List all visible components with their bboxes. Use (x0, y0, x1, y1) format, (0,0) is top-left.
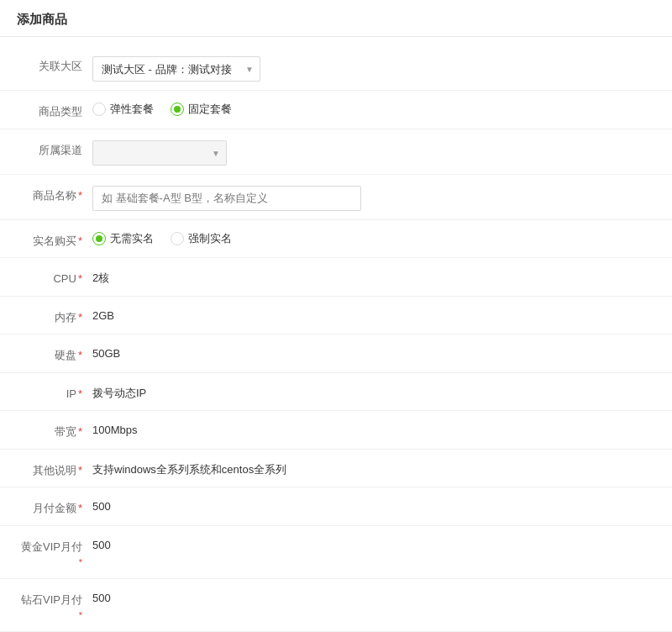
realname-label: 实名购买* (17, 229, 92, 250)
cpu-content: 2核 (92, 266, 655, 286)
diamond-vip-content: 500 (92, 587, 655, 604)
memory-row: 内存* 2GB (0, 297, 672, 335)
product-type-content: 弹性套餐 固定套餐 (92, 99, 655, 117)
region-select[interactable]: 测试大区 - 品牌：测试对接 (92, 56, 260, 82)
disk-label: 硬盘* (17, 343, 92, 364)
diamond-vip-label: 钻石VIP月付 * (17, 587, 92, 623)
product-type-fixed[interactable]: 固定套餐 (171, 102, 232, 117)
bandwidth-label: 带宽* (17, 419, 92, 440)
disk-value: 50GB (92, 345, 120, 360)
realname-yes[interactable]: 强制实名 (171, 231, 232, 246)
fixed-label: 固定套餐 (188, 102, 232, 117)
gold-vip-content: 500 (92, 535, 655, 551)
page-title: 添加商品 (0, 0, 672, 37)
product-type-row: 商品类型 弹性套餐 固定套餐 (0, 91, 672, 129)
diamond-vip-sub: * (18, 608, 82, 623)
remark-content: 支持windows全系列系统和centos全系列 (92, 458, 655, 477)
product-name-content (92, 183, 655, 211)
gold-vip-label: 黄金VIP月付 * (17, 535, 92, 570)
elastic-label: 弹性套餐 (110, 102, 154, 117)
realname-yes-circle (171, 232, 184, 245)
channel-content: ▼ (92, 138, 655, 166)
disk-content: 50GB (92, 343, 655, 360)
gold-vip-sub: * (18, 556, 82, 570)
fixed-radio-circle (171, 103, 184, 116)
ip-required: * (78, 387, 82, 400)
product-name-label: 商品名称* (17, 183, 92, 204)
disk-row: 硬盘* 50GB (0, 334, 672, 373)
realname-content: 无需实名 强制实名 (92, 229, 655, 246)
realname-radio-group: 无需实名 强制实名 (92, 231, 232, 246)
product-name-row: 商品名称* (0, 175, 672, 220)
remark-value: 支持windows全系列系统和centos全系列 (92, 461, 286, 477)
ip-label: IP* (17, 382, 92, 403)
memory-content: 2GB (92, 305, 655, 322)
monthly-fee-row: 月付金额* 500 (0, 487, 672, 526)
product-type-elastic[interactable]: 弹性套餐 (92, 102, 154, 117)
remark-label: 其他说明* (17, 458, 92, 479)
channel-select-wrapper[interactable]: ▼ (92, 140, 227, 166)
monthly-fee-label: 月付金额* (17, 496, 92, 517)
region-row: 关联大区 测试大区 - 品牌：测试对接 ▼ (0, 45, 672, 91)
channel-select[interactable] (92, 140, 227, 166)
gold-vip-value: 500 (92, 537, 111, 551)
monthly-fee-required: * (78, 502, 82, 514)
diamond-vip-value: 500 (92, 590, 111, 604)
product-type-label: 商品类型 (17, 99, 92, 120)
region-label: 关联大区 (17, 54, 92, 75)
product-name-required: * (78, 189, 82, 202)
memory-required: * (78, 311, 82, 324)
diamond-vip-row: 钻石VIP月付 * 500 (0, 579, 672, 632)
ip-value: 拨号动态IP (92, 384, 146, 401)
realname-no-circle (92, 232, 106, 245)
product-name-input[interactable] (92, 186, 361, 211)
bandwidth-content: 100Mbps (92, 419, 655, 436)
monthly-fee-content: 500 (92, 496, 655, 513)
channel-row: 所属渠道 ▼ (0, 129, 672, 175)
bandwidth-row: 带宽* 100Mbps (0, 411, 672, 450)
cpu-label: CPU* (17, 266, 92, 287)
cpu-row: CPU* 2核 (0, 258, 672, 297)
add-product-form: 关联大区 测试大区 - 品牌：测试对接 ▼ 商品类型 弹性套餐 固定套餐 (0, 37, 672, 632)
region-select-wrapper[interactable]: 测试大区 - 品牌：测试对接 ▼ (92, 56, 260, 82)
cpu-value: 2核 (92, 269, 109, 286)
memory-value: 2GB (92, 308, 114, 322)
monthly-fee-value: 500 (92, 498, 111, 513)
channel-label: 所属渠道 (17, 138, 92, 159)
cpu-required: * (78, 272, 82, 285)
disk-required: * (78, 349, 82, 361)
elastic-radio-circle (92, 103, 106, 116)
region-content: 测试大区 - 品牌：测试对接 ▼ (92, 54, 655, 82)
realname-yes-label: 强制实名 (188, 231, 232, 246)
bandwidth-value: 100Mbps (92, 422, 137, 436)
ip-row: IP* 拨号动态IP (0, 373, 672, 412)
realname-no-label: 无需实名 (110, 231, 154, 246)
ip-content: 拨号动态IP (92, 382, 655, 401)
remark-row: 其他说明* 支持windows全系列系统和centos全系列 (0, 450, 672, 488)
memory-label: 内存* (17, 305, 92, 326)
bandwidth-required: * (78, 425, 82, 438)
product-type-radio-group: 弹性套餐 固定套餐 (92, 102, 232, 117)
realname-required: * (78, 234, 82, 247)
realname-row: 实名购买* 无需实名 强制实名 (0, 220, 672, 259)
remark-required: * (78, 464, 82, 477)
realname-no[interactable]: 无需实名 (92, 231, 154, 246)
gold-vip-row: 黄金VIP月付 * 500 (0, 526, 672, 579)
